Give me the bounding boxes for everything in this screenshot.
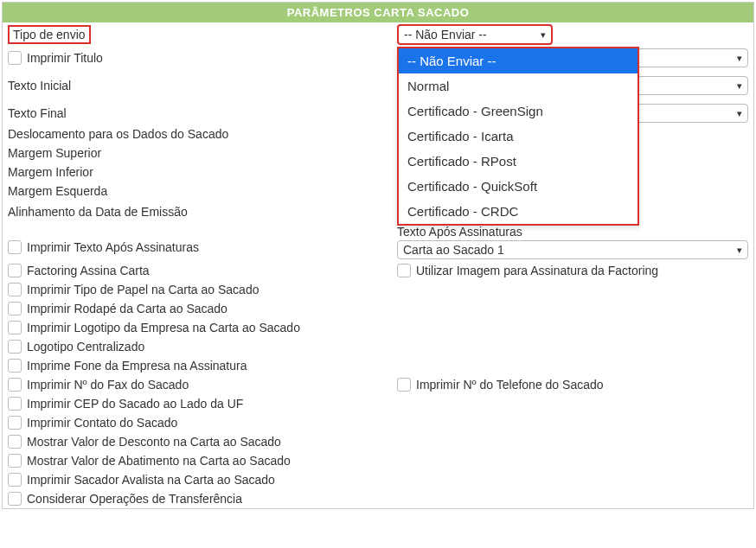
row-margem-superior: Margem Superior [3, 143, 753, 162]
chevron-down-icon: ▾ [737, 108, 742, 119]
label-impr-tipo-papel: Imprimir Tipo de Papel na Carta ao Sacad… [27, 283, 259, 296]
option-greensign[interactable]: Certificado - GreenSign [399, 99, 637, 124]
label-factoring-assina: Factoring Assina Carta [27, 264, 150, 277]
select-tipo-envio[interactable]: -- Não Enviar -- ▾ [397, 24, 553, 45]
row-texto-apos: Imprimir Texto Após Assinaturas Texto Ap… [3, 223, 753, 261]
checkbox-impr-tipo-papel[interactable] [8, 283, 22, 296]
checkbox-impr-telefone[interactable] [397, 378, 411, 392]
checkbox-impr-logotipo[interactable] [8, 321, 22, 335]
checkbox-considerar-op[interactable] [8, 492, 22, 506]
option-quicksoft[interactable]: Certificado - QuickSoft [399, 174, 637, 199]
checkbox-impr-fone[interactable] [8, 359, 22, 373]
checkbox-impr-fax[interactable] [8, 378, 22, 392]
label-impr-logotipo: Imprimir Logotipo da Empresa na Carta ao… [27, 321, 300, 335]
label-utilizar-imagem: Utilizar Imagem para Assinatura da Facto… [416, 264, 658, 277]
tipo-envio-dropdown-wrapper: -- Não Enviar -- ▾ -- Não Enviar -- Norm… [397, 24, 639, 45]
option-normal[interactable]: Normal [399, 73, 637, 99]
chevron-down-icon: ▾ [737, 80, 742, 92]
row-impr-fone: Imprime Fone da Empresa na Assinatura [3, 356, 753, 375]
row-tipo-envio: Tipo de envio -- Não Enviar -- ▾ -- Não … [3, 22, 753, 47]
label-texto-final: Texto Final [8, 106, 67, 120]
checkbox-impr-rodape[interactable] [8, 302, 22, 315]
select-tipo-envio-value: -- Não Enviar -- [404, 28, 487, 41]
row-impr-rodape: Imprimir Rodapé da Carta ao Sacado [3, 299, 753, 318]
chevron-down-icon: ▾ [737, 245, 742, 256]
label-logo-centralizado: Logotipo Centralizado [27, 340, 144, 354]
row-considerar-op: Considerar Operações de Transferência [3, 489, 753, 508]
row-fax-telefone: Imprimir Nº do Fax do Sacado Imprimir Nº… [3, 375, 753, 394]
label-texto-inicial: Texto Inicial [8, 79, 71, 92]
checkbox-impr-sacador[interactable] [8, 473, 22, 487]
option-crdc[interactable]: Certificado - CRDC [399, 199, 637, 224]
row-margem-inferior: Margem Inferior [3, 162, 753, 182]
tipo-envio-options: -- Não Enviar -- Normal Certificado - Gr… [397, 47, 639, 226]
chevron-down-icon: ▾ [737, 53, 742, 64]
row-deslocamento: Deslocamento para os Dados do Sacado [3, 124, 753, 143]
checkbox-mostrar-desconto[interactable] [8, 435, 22, 449]
row-margem-esquerda: Margem Esquerda [3, 182, 753, 201]
checkbox-impr-cep[interactable] [8, 397, 22, 411]
checkbox-imprimir-titulo[interactable] [8, 51, 22, 65]
row-impr-sacador: Imprimir Sacador Avalista na Carta ao Sa… [3, 470, 753, 489]
checkbox-logo-centralizado[interactable] [8, 340, 22, 354]
label-impr-sacador: Imprimir Sacador Avalista na Carta ao Sa… [27, 473, 275, 487]
label-impr-fone: Imprime Fone da Empresa na Assinatura [27, 359, 247, 373]
option-icarta[interactable]: Certificado - Icarta [399, 124, 637, 149]
select-texto-apos-value: Carta ao Sacado 1 [403, 243, 504, 257]
row-factoring: Factoring Assina Carta Utilizar Imagem p… [3, 261, 753, 280]
row-impr-contato: Imprimir Contato do Sacado [3, 413, 753, 432]
select-texto-apos[interactable]: Carta ao Sacado 1 ▾ [397, 240, 748, 259]
panel-header: PARÂMETROS CARTA SACADO [3, 3, 753, 22]
option-nao-enviar[interactable]: -- Não Enviar -- [399, 48, 637, 73]
checkbox-mostrar-abatimento[interactable] [8, 454, 22, 468]
row-texto-final: Texto Final ▾ [3, 102, 753, 124]
label-alinhamento-data: Alinhamento da Data de Emissão [8, 205, 188, 219]
label-mostrar-desconto: Mostrar Valor de Desconto na Carta ao Sa… [27, 435, 281, 449]
row-impr-cep: Imprimir CEP do Sacado ao Lado da UF [3, 394, 753, 413]
option-rpost[interactable]: Certificado - RPost [399, 149, 637, 174]
row-imprimir-titulo: Imprimir Titulo ▾ [3, 47, 753, 69]
label-imprimir-titulo: Imprimir Titulo [27, 51, 103, 65]
row-mostrar-desconto: Mostrar Valor de Desconto na Carta ao Sa… [3, 432, 753, 451]
row-texto-inicial: Texto Inicial ▾ [3, 74, 753, 97]
checkbox-utilizar-imagem[interactable] [397, 264, 411, 277]
checkbox-impr-contato[interactable] [8, 416, 22, 430]
label-mostrar-abatimento: Mostrar Valor de Abatimento na Carta ao … [27, 454, 291, 468]
label-margem-superior: Margem Superior [8, 146, 101, 160]
row-impr-tipo-papel: Imprimir Tipo de Papel na Carta ao Sacad… [3, 280, 753, 299]
label-impr-contato: Imprimir Contato do Sacado [27, 416, 177, 430]
label-impr-telefone: Imprimir Nº do Telefone do Sacado [416, 378, 604, 392]
label-impr-fax: Imprimir Nº do Fax do Sacado [27, 378, 189, 392]
label-tipo-envio: Tipo de envio [8, 25, 91, 44]
row-alinhamento-data: Alinhamento da Data de Emissão À esquerd… [3, 201, 753, 223]
label-impr-cep: Imprimir CEP do Sacado ao Lado da UF [27, 397, 243, 411]
row-mostrar-abatimento: Mostrar Valor de Abatimento na Carta ao … [3, 451, 753, 470]
row-impr-logotipo: Imprimir Logotipo da Empresa na Carta ao… [3, 318, 753, 337]
chevron-down-icon: ▾ [541, 29, 546, 41]
label-impr-rodape: Imprimir Rodapé da Carta ao Sacado [27, 302, 227, 315]
checkbox-factoring-assina[interactable] [8, 264, 22, 277]
label-imprimir-texto-apos: Imprimir Texto Após Assinaturas [27, 240, 199, 254]
label-margem-inferior: Margem Inferior [8, 165, 93, 179]
checkbox-imprimir-texto-apos[interactable] [8, 240, 22, 254]
parametros-panel: PARÂMETROS CARTA SACADO Tipo de envio --… [2, 2, 754, 509]
row-logo-centralizado: Logotipo Centralizado [3, 337, 753, 356]
label-texto-apos-assinaturas: Texto Após Assinaturas [397, 225, 522, 239]
label-considerar-op: Considerar Operações de Transferência [27, 492, 242, 506]
label-margem-esquerda: Margem Esquerda [8, 184, 107, 198]
label-deslocamento: Deslocamento para os Dados do Sacado [8, 127, 228, 141]
